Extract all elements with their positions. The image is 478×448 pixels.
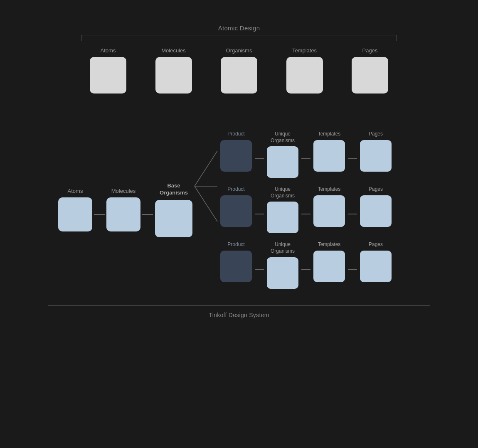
tinkoff-section: Atoms Molecules BaseOrganisms — [48, 118, 430, 318]
svg-line-2 — [195, 186, 217, 222]
tinkoff-inner: Atoms Molecules BaseOrganisms — [48, 118, 430, 306]
atomic-design-title: Atomic Design — [81, 25, 397, 32]
atomic-item-organisms: Organisms — [216, 47, 262, 94]
atomic-item-molecules: Molecules — [151, 47, 197, 94]
atomic-item-atoms: Atoms — [85, 47, 131, 94]
tinkoff-atoms-col: Atoms — [57, 188, 94, 231]
tinkoff-atoms-label: Atoms — [68, 188, 83, 194]
atomic-items: Atoms Molecules Organisms Templates Page… — [81, 41, 397, 94]
tinkoff-base-org-label: BaseOrganisms — [160, 182, 188, 197]
tinkoff-molecules-label: Molecules — [111, 188, 136, 194]
atomic-item-templates: Templates — [282, 47, 328, 94]
tinkoff-molecules-col: Molecules — [105, 188, 142, 231]
tinkoff-title: Tinkoff Design System — [48, 312, 430, 318]
tinkoff-molecules-box — [106, 197, 140, 231]
templates-box — [286, 57, 323, 94]
tinkoff-atoms-box — [58, 197, 92, 231]
diagonal-lines-svg — [195, 131, 421, 289]
atomic-bracket — [81, 35, 397, 41]
diag-and-rows: Product Unique Organisms Templates — [195, 131, 421, 289]
atomic-design-section: Atomic Design Atoms Molecules Organisms … — [81, 20, 397, 94]
organisms-box — [221, 57, 257, 94]
connector-atoms-molecules — [94, 214, 105, 215]
pages-box — [352, 57, 388, 94]
svg-line-0 — [195, 151, 217, 186]
connector-molecules-base — [142, 214, 153, 215]
tinkoff-base-org-box — [155, 200, 192, 237]
bottom-content: Atoms Molecules BaseOrganisms — [57, 127, 421, 293]
molecules-box — [155, 57, 192, 94]
tinkoff-base-org-col: BaseOrganisms — [153, 182, 195, 237]
atomic-item-pages: Pages — [347, 47, 393, 94]
canvas: Atomic Design Atoms Molecules Organisms … — [31, 20, 447, 428]
atoms-box — [90, 57, 126, 94]
